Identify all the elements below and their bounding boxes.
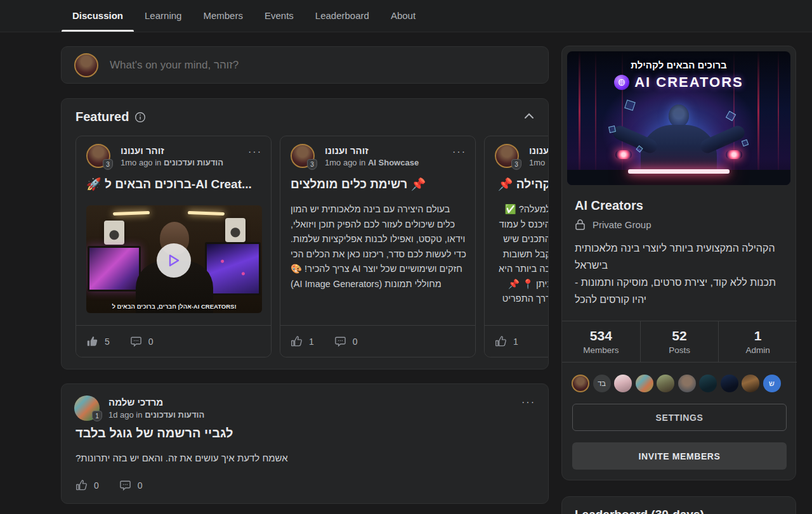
- member-avatar[interactable]: [636, 375, 653, 392]
- member-avatar[interactable]: [721, 375, 738, 392]
- comment-button[interactable]: [130, 335, 142, 347]
- category-link[interactable]: הודעות ועדכונים: [164, 158, 223, 167]
- top-navigation: Discussion Learning Members Events Leade…: [0, 0, 812, 32]
- current-user-avatar[interactable]: [74, 53, 98, 77]
- level-badge: 3: [103, 159, 113, 170]
- group-banner-image: ברוכים הבאים לקהילת AI CREATORS: [567, 51, 790, 185]
- glowing-hand: [726, 150, 742, 159]
- comment-button[interactable]: [119, 479, 131, 491]
- feed-post[interactable]: 1 מרדכי שלמה 1d ago in הודעות ועדכונים ·…: [61, 383, 549, 504]
- like-button[interactable]: [495, 335, 507, 347]
- member-avatar[interactable]: בד: [593, 375, 611, 392]
- stat-admins: 1 Admin: [718, 321, 797, 362]
- invite-members-button[interactable]: INVITE MEMBERS: [572, 442, 787, 470]
- light-streak: [757, 51, 759, 185]
- post-body: אשמח לדעת איך עושים את זה. והאם יש בזה י…: [75, 453, 288, 463]
- post-title[interactable]: 📌 רשימת כלים מומלצים: [291, 177, 466, 191]
- video-thumbnail[interactable]: אהלן חברים, ברוכים הבאים ל-AI CREATORS!: [86, 205, 262, 313]
- banner-brand-text: AI CREATORS: [634, 74, 743, 91]
- featured-section: Featured 3 זוהר וענונו 1mo ago in הודעות…: [61, 98, 549, 369]
- featured-title: Featured: [75, 110, 129, 124]
- author-name[interactable]: מרדכי שלמה: [108, 397, 163, 408]
- author-name[interactable]: זוהר וענונו: [325, 145, 369, 156]
- member-avatar[interactable]: [572, 375, 589, 392]
- member-avatar[interactable]: [699, 375, 717, 392]
- more-options-icon[interactable]: ···: [521, 397, 535, 408]
- group-name: AI Creators: [575, 198, 643, 213]
- like-button[interactable]: [75, 479, 88, 491]
- post-title[interactable]: לגביי הרשמה של גוגל בלבד: [75, 426, 233, 440]
- like-button[interactable]: [291, 335, 303, 347]
- post-body: בעולם היצירה עם בינה מלאכותית יש המון כל…: [291, 202, 466, 292]
- post-meta: 1d ago in הודעות ועדכונים: [108, 410, 204, 420]
- group-description: הקהילה המקצועית ביותר ליוצרי בינה מלאכות…: [575, 240, 785, 308]
- like-count: 1: [309, 337, 314, 347]
- more-options-icon[interactable]: ···: [248, 146, 262, 158]
- stat-posts: 52 Posts: [640, 321, 719, 362]
- stat-members: 534 Members: [562, 321, 640, 362]
- brain-logo-icon: [614, 75, 629, 90]
- tab-discussion[interactable]: Discussion: [62, 0, 134, 32]
- privacy-label: Private Group: [593, 219, 652, 230]
- speaker: [104, 221, 124, 245]
- featured-card-tools[interactable]: 3 זוהר וענונו 1mo ago in AI Showcase ···…: [280, 136, 476, 357]
- member-avatar[interactable]: [742, 375, 759, 392]
- comment-count: 0: [148, 337, 154, 347]
- lock-icon: [575, 219, 586, 231]
- banner-welcome-text: ברוכים הבאים לקהילת: [567, 60, 790, 70]
- comment-count: 0: [353, 337, 358, 347]
- speaker: [225, 218, 246, 242]
- featured-card-community[interactable]: 3 זוהר וענונו 1mo קהילה 📌 למעלה? ✅ היכנס…: [484, 136, 549, 357]
- member-avatar[interactable]: [678, 375, 696, 392]
- tab-about[interactable]: About: [380, 0, 426, 32]
- settings-button[interactable]: SETTINGS: [572, 404, 787, 431]
- chevron-up-icon[interactable]: [524, 113, 534, 119]
- like-count: 5: [105, 337, 110, 347]
- light-streak: [595, 51, 596, 185]
- tab-learning[interactable]: Learning: [134, 0, 192, 32]
- glowing-hand: [615, 150, 632, 159]
- glowing-keyboard: [628, 169, 730, 174]
- author-name[interactable]: זוהר וענונו: [529, 145, 549, 156]
- light-streak: [778, 51, 779, 185]
- info-icon[interactable]: [134, 112, 146, 123]
- like-count: 0: [94, 480, 99, 491]
- more-options-icon[interactable]: ···: [452, 146, 466, 158]
- monitor-left: [88, 246, 141, 292]
- category-link[interactable]: AI Showcase: [368, 158, 419, 167]
- studio-light: [188, 211, 225, 215]
- post-meta: 1mo ago in AI Showcase: [325, 158, 419, 167]
- level-badge: 3: [307, 159, 317, 170]
- category-link[interactable]: הודעות ועדכונים: [145, 410, 204, 420]
- light-streak: [579, 51, 580, 185]
- post-composer[interactable]: [61, 46, 549, 84]
- floating-cube: [608, 125, 616, 133]
- member-avatar[interactable]: [657, 375, 674, 392]
- post-meta: 1mo: [529, 158, 545, 167]
- group-stats: 534 Members 52 Posts 1 Admin: [562, 321, 797, 363]
- monitor-right: [205, 242, 261, 295]
- tab-members[interactable]: Members: [192, 0, 254, 32]
- comment-count: 0: [138, 480, 143, 491]
- post-meta: 1mo ago in הודעות ועדכונים: [121, 158, 223, 167]
- featured-card-welcome[interactable]: 3 זוהר וענונו 1mo ago in הודעות ועדכונים…: [75, 136, 272, 357]
- post-title[interactable]: 🚀 ברוכים הבאים ל-AI Creat...: [86, 177, 262, 191]
- member-avatar[interactable]: ש: [763, 375, 781, 392]
- play-icon[interactable]: [157, 243, 191, 278]
- figure-head: [669, 105, 689, 127]
- post-body: למעלה? ✅ היכנס ל עמוד התכנים שיש קבל תשו…: [494, 202, 549, 307]
- author-name[interactable]: זוהר וענונו: [121, 145, 164, 156]
- tab-leaderboard[interactable]: Leaderboard: [304, 0, 380, 32]
- member-avatars: בד ש: [572, 375, 781, 392]
- video-caption: אהלן חברים, ברוכים הבאים ל-AI CREATORS!: [86, 303, 262, 310]
- tab-events[interactable]: Events: [254, 0, 304, 32]
- post-title[interactable]: קהילה 📌: [494, 177, 549, 191]
- group-info-card: ברוכים הבאים לקהילת AI CREATORS AI Creat…: [561, 46, 796, 480]
- composer-input[interactable]: [110, 59, 535, 72]
- level-badge: 3: [511, 159, 521, 170]
- member-avatar[interactable]: [614, 375, 632, 392]
- like-button[interactable]: [86, 335, 98, 347]
- leaderboard-card: Leaderboard (30-days): [561, 496, 796, 514]
- comment-button[interactable]: [334, 335, 346, 347]
- leaderboard-title: Leaderboard (30-days): [575, 508, 704, 514]
